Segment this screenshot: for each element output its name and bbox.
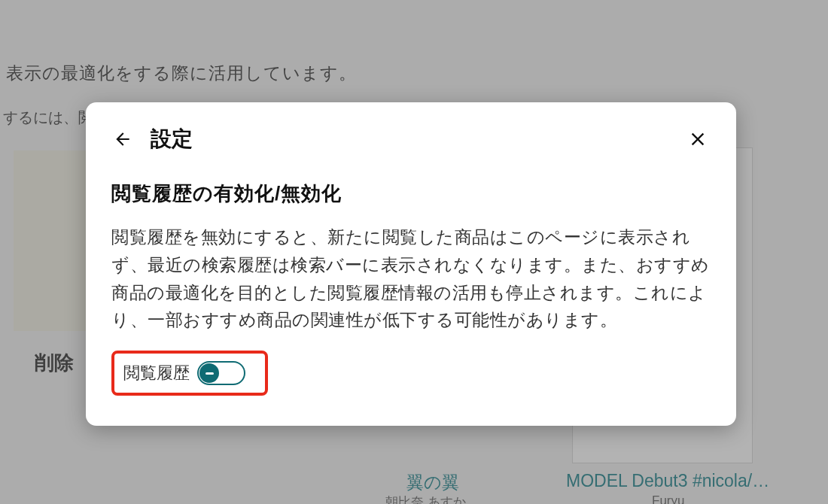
- section-body: 閲覧履歴を無効にすると、新たに閲覧した商品はこのページに表示されず、最近の検索履…: [111, 223, 711, 334]
- back-button[interactable]: [111, 128, 134, 150]
- highlighted-toggle-row: 閲覧履歴: [111, 351, 268, 396]
- modal-title: 設定: [151, 125, 193, 153]
- close-button[interactable]: [685, 126, 711, 152]
- settings-modal: 設定 閲覧履歴の有効化/無効化 閲覧履歴を無効にすると、新たに閲覧した商品はこの…: [86, 102, 736, 426]
- arrow-left-icon: [113, 129, 132, 149]
- section-title: 閲覧履歴の有効化/無効化: [111, 181, 711, 207]
- toggle-knob-off-icon: [199, 363, 219, 383]
- close-icon: [687, 129, 708, 150]
- toggle-label: 閲覧履歴: [123, 362, 190, 384]
- modal-header: 設定: [111, 125, 711, 153]
- browsing-history-toggle[interactable]: [197, 361, 245, 385]
- modal-header-left: 設定: [111, 125, 193, 153]
